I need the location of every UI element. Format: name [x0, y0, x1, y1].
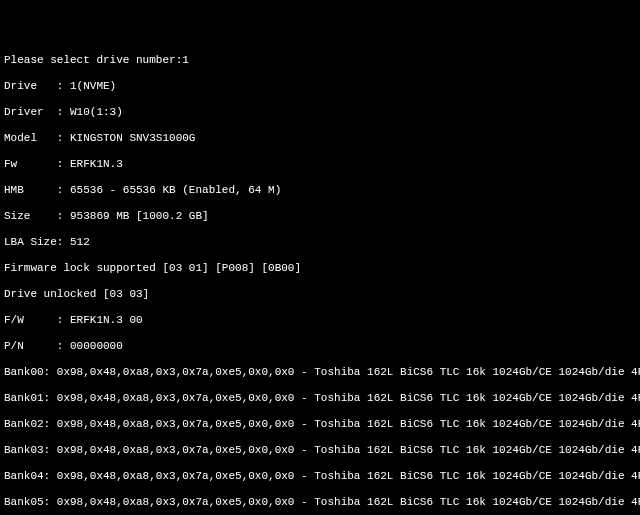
bank-id-row: Bank04: 0x98,0x48,0xa8,0x3,0x7a,0xe5,0x0… [4, 470, 636, 483]
drive-line: Drive : 1(NVME) [4, 80, 636, 93]
bank-id-row: Bank00: 0x98,0x48,0xa8,0x3,0x7a,0xe5,0x0… [4, 366, 636, 379]
bank-id-row: Bank02: 0x98,0x48,0xa8,0x3,0x7a,0xe5,0x0… [4, 418, 636, 431]
fw2-line: F/W : ERFK1N.3 00 [4, 314, 636, 327]
model-line: Model : KINGSTON SNV3S1000G [4, 132, 636, 145]
prompt-line: Please select drive number:1 [4, 54, 636, 67]
lba-line: LBA Size: 512 [4, 236, 636, 249]
fwlock-line: Firmware lock supported [03 01] [P008] [… [4, 262, 636, 275]
driver-line: Driver : W10(1:3) [4, 106, 636, 119]
pn-line: P/N : 00000000 [4, 340, 636, 353]
bank-id-row: Bank05: 0x98,0x48,0xa8,0x3,0x7a,0xe5,0x0… [4, 496, 636, 509]
bank-id-row: Bank01: 0x98,0x48,0xa8,0x3,0x7a,0xe5,0x0… [4, 392, 636, 405]
bank-id-row: Bank03: 0x98,0x48,0xa8,0x3,0x7a,0xe5,0x0… [4, 444, 636, 457]
unlocked-line: Drive unlocked [03 03] [4, 288, 636, 301]
size-line: Size : 953869 MB [1000.2 GB] [4, 210, 636, 223]
fw-line: Fw : ERFK1N.3 [4, 158, 636, 171]
hmb-line: HMB : 65536 - 65536 KB (Enabled, 64 M) [4, 184, 636, 197]
